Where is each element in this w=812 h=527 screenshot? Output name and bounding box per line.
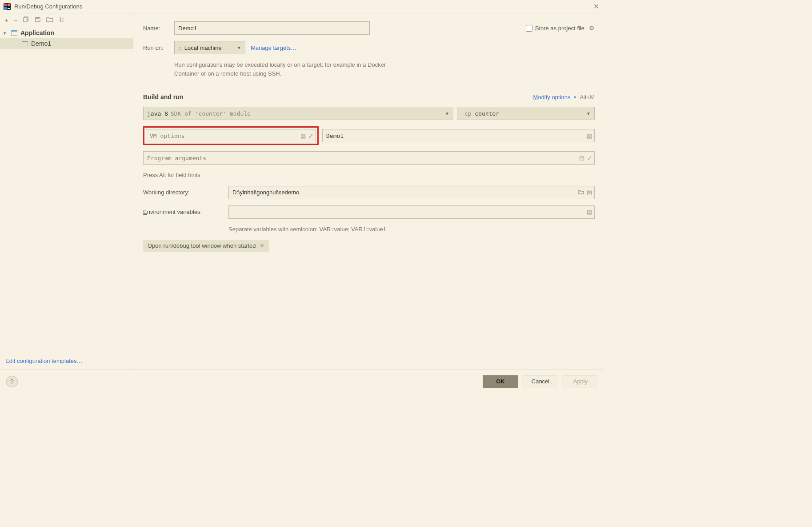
chevron-down-icon: ▾ bbox=[4, 31, 10, 36]
svg-rect-12 bbox=[11, 30, 17, 32]
svg-rect-2 bbox=[8, 4, 10, 6]
modify-options-link[interactable]: Modify options bbox=[533, 94, 571, 101]
modify-shortcut: Alt+M bbox=[580, 94, 595, 101]
run-on-hint: Run configurations may be executed local… bbox=[174, 60, 405, 78]
cancel-button[interactable]: Cancel bbox=[523, 375, 558, 388]
copy-config-icon[interactable] bbox=[23, 16, 29, 24]
store-label: Store as project file bbox=[535, 25, 584, 32]
svg-rect-6 bbox=[24, 18, 27, 22]
svg-rect-3 bbox=[4, 7, 7, 10]
program-arguments-input[interactable] bbox=[143, 151, 595, 165]
right-panel: Name: Store as project file ⚙ Run on: ⌂ … bbox=[133, 13, 604, 370]
name-label: Name: bbox=[143, 25, 169, 32]
field-hints: Press Alt for field hints bbox=[143, 171, 595, 180]
application-type-icon bbox=[11, 30, 18, 36]
browse-folder-icon[interactable] bbox=[578, 189, 584, 196]
sort-icon[interactable]: az bbox=[59, 16, 65, 24]
tree-node-label: Application bbox=[20, 29, 54, 36]
working-dir-input[interactable] bbox=[228, 186, 595, 199]
save-config-icon[interactable] bbox=[35, 16, 41, 24]
application-type-icon bbox=[21, 40, 28, 47]
inline-list-icon[interactable]: ▤ bbox=[587, 133, 592, 139]
ok-button[interactable]: OK bbox=[483, 375, 518, 388]
svg-rect-1 bbox=[4, 4, 7, 6]
build-and-run-title: Build and run bbox=[143, 93, 183, 101]
inline-list-icon[interactable]: ▤ bbox=[587, 209, 592, 215]
store-as-project-file[interactable]: Store as project file ⚙ bbox=[526, 24, 595, 32]
sdk-suffix: SDK of 'counter' module bbox=[171, 110, 251, 117]
working-dir-label: Working directory: bbox=[143, 189, 223, 196]
run-on-value: Local machine bbox=[184, 44, 222, 51]
edit-templates-link[interactable]: Edit configuration templates… bbox=[5, 358, 82, 364]
name-input[interactable] bbox=[174, 21, 370, 35]
open-tool-window-chip[interactable]: Open run/debug tool window when started … bbox=[143, 240, 269, 252]
svg-text:+: + bbox=[51, 16, 53, 20]
sdk-prefix: java 8 bbox=[147, 110, 168, 117]
env-vars-label: Environment variables: bbox=[143, 209, 223, 215]
classpath-dropdown[interactable]: -cp counter ▼ bbox=[457, 107, 595, 120]
svg-rect-14 bbox=[22, 41, 28, 42]
home-icon: ⌂ bbox=[178, 44, 182, 51]
chevron-down-icon: ▼ bbox=[237, 45, 241, 50]
env-vars-input[interactable] bbox=[228, 205, 595, 219]
env-vars-row: Environment variables: ▤ bbox=[143, 205, 595, 219]
run-on-row: Run on: ⌂ Local machine ▼ Manage targets… bbox=[143, 41, 595, 54]
cp-prefix: -cp bbox=[461, 110, 471, 117]
expand-field-icon[interactable]: ⤢ bbox=[308, 133, 313, 139]
name-row: Name: Store as project file ⚙ bbox=[143, 21, 595, 35]
left-toolbar: + − + az bbox=[0, 13, 133, 27]
remove-config-icon[interactable]: − bbox=[14, 16, 18, 24]
sdk-dropdown[interactable]: java 8 SDK of 'counter' module ▼ bbox=[143, 107, 453, 120]
apply-button[interactable]: Apply bbox=[563, 375, 598, 388]
inline-list-icon[interactable]: ▤ bbox=[579, 155, 584, 161]
left-panel: + − + az ▾ Application bbox=[0, 13, 133, 370]
config-tree: ▾ Application Demo1 bbox=[0, 27, 133, 352]
vm-options-highlight: ▤ ⤢ bbox=[143, 126, 319, 145]
window-title: Run/Debug Configurations bbox=[14, 3, 592, 10]
chevron-down-icon: ▼ bbox=[445, 111, 449, 116]
button-bar: ? OK Cancel Apply bbox=[0, 370, 604, 393]
run-on-dropdown[interactable]: ⌂ Local machine ▼ bbox=[174, 41, 245, 54]
inline-list-icon[interactable]: ▤ bbox=[587, 189, 592, 196]
tree-node-application[interactable]: ▾ Application bbox=[0, 28, 133, 38]
svg-text:z: z bbox=[62, 20, 64, 22]
run-on-label: Run on: bbox=[143, 44, 169, 51]
help-icon[interactable]: ? bbox=[6, 376, 18, 387]
new-folder-icon[interactable]: + bbox=[46, 16, 53, 24]
store-checkbox[interactable] bbox=[526, 25, 532, 32]
app-icon bbox=[4, 3, 11, 10]
chevron-down-icon: ▼ bbox=[586, 111, 591, 116]
build-and-run-header: Build and run Modify options ▾ Alt+M bbox=[143, 93, 595, 101]
vm-options-input[interactable] bbox=[146, 129, 316, 142]
env-hint: Separate variables with semicolon: VAR=v… bbox=[228, 225, 595, 234]
chip-label: Open run/debug tool window when started bbox=[148, 242, 256, 249]
close-icon[interactable]: ✕ bbox=[592, 2, 601, 11]
title-bar: Run/Debug Configurations ✕ bbox=[0, 0, 604, 13]
manage-targets-link[interactable]: Manage targets… bbox=[251, 44, 296, 51]
working-dir-row: Working directory: ▤ bbox=[143, 186, 595, 199]
cp-value: counter bbox=[475, 110, 499, 117]
svg-rect-7 bbox=[36, 17, 39, 19]
gear-icon[interactable]: ⚙ bbox=[589, 24, 595, 32]
separator bbox=[143, 86, 595, 86]
add-config-icon[interactable]: + bbox=[4, 16, 8, 24]
tree-node-label: Demo1 bbox=[31, 40, 51, 47]
chevron-down-icon: ▾ bbox=[574, 95, 576, 100]
remove-chip-icon[interactable]: ✕ bbox=[260, 242, 264, 249]
tree-node-demo1[interactable]: Demo1 bbox=[0, 38, 133, 49]
main-class-input[interactable] bbox=[322, 129, 595, 142]
inline-list-icon[interactable]: ▤ bbox=[300, 133, 306, 139]
svg-rect-4 bbox=[8, 8, 10, 9]
expand-field-icon[interactable]: ⤢ bbox=[587, 155, 592, 161]
